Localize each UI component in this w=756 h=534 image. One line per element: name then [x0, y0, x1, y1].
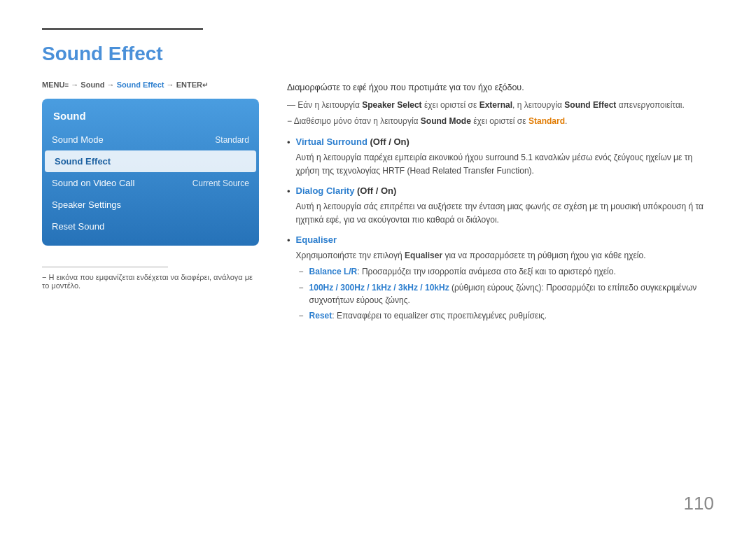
sound-menu-box: Sound Sound Mode Standard Sound Effect S… [42, 99, 259, 246]
bullet-dialog-clarity: • Dialog Clarity (Off / On) Αυτή η λειτο… [287, 184, 714, 226]
bullet-virtual-surround: • Virtual Surround (Off / On) Αυτή η λει… [287, 135, 714, 177]
content-area: MENU≡ → Sound → Sound Effect → ENTER↵ So… [42, 80, 714, 506]
bullet-title-equaliser: Equaliser [296, 233, 714, 248]
menu-item-sound-on-video-call-label: Sound on Video Call [52, 178, 134, 188]
bullet-desc-equaliser: Χρησιμοποιήστε την επιλογή Equaliser για… [296, 249, 714, 262]
menu-item-sound-effect-label: Sound Effect [55, 156, 111, 167]
menu-title: Sound [42, 104, 259, 129]
menu-item-speaker-settings[interactable]: Speaker Settings [42, 194, 259, 216]
page-number: 110 [684, 493, 714, 514]
bullet-equaliser: • Equaliser Χρησιμοποιήστε την επιλογή E… [287, 233, 714, 323]
menu-item-sound-effect[interactable]: Sound Effect [45, 150, 256, 172]
menu-item-reset-sound[interactable]: Reset Sound [42, 216, 259, 237]
footnote: − Η εικόνα που εμφανίζεται ενδέχεται να … [42, 273, 259, 290]
bullet-dot-3: • [287, 234, 290, 248]
left-panel: MENU≡ → Sound → Sound Effect → ENTER↵ So… [42, 80, 259, 506]
bullet-dot-1: • [287, 136, 290, 150]
bullet-section: • Virtual Surround (Off / On) Αυτή η λει… [287, 135, 714, 323]
note-line-2: − Διαθέσιμο μόνο όταν η λειτουργία Sound… [287, 115, 714, 128]
breadcrumb: MENU≡ → Sound → Sound Effect → ENTER↵ [42, 80, 259, 89]
bullet-content-1: Virtual Surround (Off / On) Αυτή η λειτο… [296, 135, 714, 177]
page-title: Sound Effect [42, 43, 714, 65]
bullet-title-virtual-surround: Virtual Surround (Off / On) [296, 135, 714, 150]
bullet-desc-virtual-surround: Αυτή η λειτουργία παρέχει εμπειρία εικον… [296, 151, 714, 177]
menu-item-sound-mode-sublabel: Standard [215, 135, 249, 145]
bullet-dot-2: • [287, 185, 290, 199]
intro-text: Διαμορφώστε το εφέ ήχου που προτιμάτε γι… [287, 80, 714, 94]
bullet-desc-dialog-clarity: Αυτή η λειτουργία σάς επιτρέπει να αυξήσ… [296, 200, 714, 226]
bullet-content-2: Dialog Clarity (Off / On) Αυτή η λειτουρ… [296, 184, 714, 226]
sub-bullet-frequencies: − 100Hz / 300Hz / 1kHz / 3kHz / 10kHz (ρ… [299, 281, 714, 307]
menu-item-sound-on-video-call[interactable]: Sound on Video Call Current Source [42, 172, 259, 194]
menu-item-sound-mode-label: Sound Mode [52, 134, 104, 145]
top-rule [42, 28, 203, 30]
note-line-1: — Εάν η λειτουργία Speaker Select έχει ο… [287, 99, 714, 112]
bullet-content-3: Equaliser Χρησιμοποιήστε την επιλογή Equ… [296, 233, 714, 323]
menu-item-sound-on-video-call-sublabel: Current Source [192, 178, 249, 188]
bullet-title-dialog-clarity: Dialog Clarity (Off / On) [296, 184, 714, 199]
menu-item-speaker-settings-label: Speaker Settings [52, 199, 121, 210]
sub-bullet-balance: − Balance L/R: Προσαρμόζει την ισορροπία… [299, 265, 714, 279]
menu-item-sound-mode[interactable]: Sound Mode Standard [42, 129, 259, 150]
menu-item-reset-sound-label: Reset Sound [52, 221, 104, 232]
sub-bullet-reset: − Reset: Επαναφέρει το equalizer στις πρ… [299, 309, 714, 323]
footnote-rule [42, 267, 168, 267]
right-panel: Διαμορφώστε το εφέ ήχου που προτιμάτε γι… [287, 80, 714, 506]
